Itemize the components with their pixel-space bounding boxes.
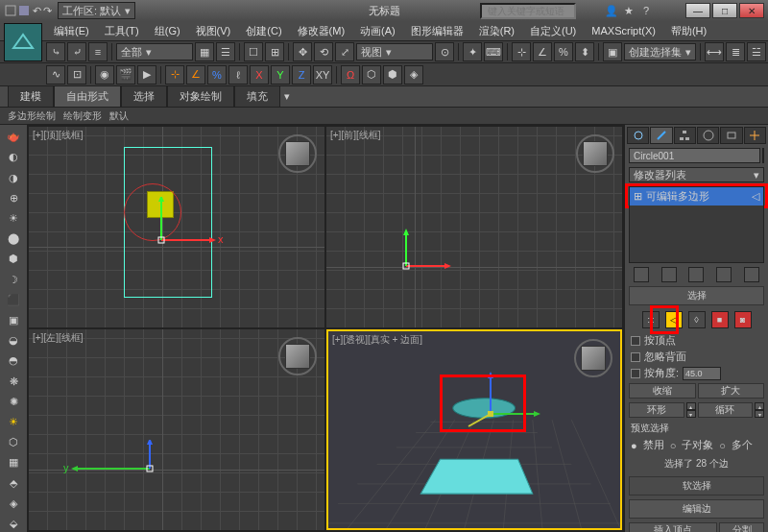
stack-item-editable-poly[interactable]: ⊞ 可编辑多边形 ◁ — [630, 187, 763, 206]
snap-icon[interactable]: ⊹ — [512, 42, 531, 61]
menu-graph[interactable]: 图形编辑器 — [403, 22, 471, 40]
move-icon[interactable]: ✥ — [293, 42, 312, 61]
viewcube-top[interactable] — [278, 134, 317, 173]
workspace-dropdown[interactable]: 工作区: 默认 ▾ — [58, 2, 135, 19]
ring-down-icon[interactable]: ▾ — [686, 410, 696, 418]
color-swatch[interactable] — [762, 148, 764, 163]
ribbon-tab-objpaint[interactable]: 对象绘制 — [167, 85, 234, 108]
angle-spinner[interactable] — [683, 367, 721, 380]
radio-multi[interactable]: ○ — [719, 440, 726, 451]
maximize-button[interactable]: □ — [712, 3, 737, 18]
menu-tools[interactable]: 工具(T) — [97, 22, 147, 40]
render-frame-icon[interactable]: ▶ — [137, 65, 156, 85]
coord-system-dropdown[interactable]: 视图▾ — [356, 43, 433, 60]
lt-icon-10[interactable]: ◒ — [3, 332, 24, 349]
ribbon-tab-model[interactable]: 建模 — [8, 85, 54, 108]
subribbon-polydraw[interactable]: 多边形绘制 — [8, 109, 56, 123]
select-name-icon[interactable]: ☰ — [216, 42, 235, 61]
menu-view[interactable]: 视图(V) — [188, 22, 239, 40]
scale-icon[interactable]: ⤢ — [335, 42, 354, 61]
stack-expand-icon[interactable]: ⊞ — [634, 190, 642, 203]
login-icon[interactable]: 👤 — [605, 4, 618, 17]
lt-icon-9[interactable]: ▣ — [3, 312, 24, 328]
qat-undo-icon[interactable]: ↶ — [33, 5, 41, 17]
help-icon[interactable]: ? — [639, 4, 653, 17]
tab-utilities[interactable] — [744, 127, 766, 144]
loop-up-icon[interactable]: ▴ — [755, 402, 764, 410]
menu-help[interactable]: 帮助(H) — [663, 22, 714, 40]
bind-icon[interactable]: ≡ — [88, 42, 108, 61]
menu-edit[interactable]: 编辑(E) — [46, 22, 97, 40]
loop-button[interactable]: 循环 — [698, 402, 754, 418]
axis-x-icon[interactable]: X — [250, 65, 269, 85]
select-object-icon[interactable]: ▦ — [195, 42, 214, 61]
ribbon-tab-select[interactable]: 选择 — [121, 85, 167, 108]
menu-create[interactable]: 创建(C) — [238, 22, 289, 40]
modifier-stack[interactable]: ⊞ 可编辑多边形 ◁ — [629, 186, 764, 263]
lt-icon-3[interactable]: ⊕ — [3, 190, 24, 206]
radio-off[interactable]: ● — [631, 440, 637, 451]
viewport-front[interactable]: [+][前][线框] — [326, 127, 622, 327]
menu-group[interactable]: 组(G) — [147, 22, 188, 40]
mirror-icon[interactable]: ⟷ — [705, 42, 724, 61]
snap5-icon[interactable]: ℓ — [228, 65, 248, 85]
keyboard-icon[interactable]: ⌨ — [484, 42, 503, 61]
lt-icon-8[interactable]: ⬛ — [3, 292, 24, 308]
lt-icon-13[interactable]: ✺ — [3, 394, 24, 410]
pivot-icon[interactable]: ⊙ — [435, 42, 454, 61]
viewcube-persp[interactable] — [574, 339, 612, 377]
star-icon[interactable]: ★ — [622, 4, 636, 17]
lt-icon-12[interactable]: ❋ — [3, 373, 24, 389]
qat-redo-icon[interactable]: ↷ — [43, 5, 52, 17]
object-name-input[interactable] — [629, 148, 760, 163]
axis-z-icon[interactable]: Z — [292, 65, 311, 85]
tool-a-icon[interactable]: ⬡ — [362, 65, 381, 85]
show-result-icon[interactable] — [661, 267, 677, 282]
window-crossing-icon[interactable]: ⊞ — [265, 42, 284, 61]
viewcube-front[interactable] — [576, 134, 614, 173]
manipulate-icon[interactable]: ✦ — [463, 42, 482, 61]
spinner-snap-icon[interactable]: ⬍ — [575, 42, 594, 61]
unique-icon[interactable] — [688, 267, 704, 282]
grow-button[interactable]: 扩大 — [698, 383, 765, 399]
minimize-button[interactable]: — — [685, 3, 710, 18]
snap3-icon[interactable]: ∠ — [186, 65, 205, 85]
border-mode-icon[interactable]: ◊ — [688, 311, 706, 328]
render-setup-icon[interactable]: 🎬 — [116, 65, 135, 85]
tab-create[interactable] — [627, 127, 649, 144]
element-mode-icon[interactable]: ◙ — [734, 311, 752, 328]
axis-y-icon[interactable]: Y — [271, 65, 290, 85]
ignoreback-checkbox[interactable] — [631, 352, 640, 362]
schematic-icon[interactable]: ⊡ — [67, 65, 86, 85]
align-icon[interactable]: ≣ — [726, 42, 745, 61]
lt-icon-5[interactable]: ⬤ — [3, 230, 24, 247]
lt-icon-11[interactable]: ◓ — [3, 352, 24, 369]
close-button[interactable]: ✕ — [739, 3, 764, 18]
viewport-left[interactable]: [+][左][线框] y — [29, 329, 324, 530]
subribbon-drawdeform[interactable]: 绘制变形 — [63, 109, 102, 123]
loop-down-icon[interactable]: ▾ — [755, 410, 764, 418]
select-rect-icon[interactable]: ☐ — [244, 42, 263, 61]
ribbon-tab-freeform[interactable]: 自由形式 — [54, 85, 121, 108]
lt-icon-7[interactable]: ☽ — [3, 271, 24, 287]
lt-icon-18[interactable]: ◈ — [3, 496, 24, 512]
radio-subobj[interactable]: ○ — [670, 440, 677, 451]
rollout-editedge[interactable]: 编辑边 — [629, 499, 764, 519]
tab-modify[interactable] — [650, 127, 672, 144]
ribbon-tab-fill[interactable]: 填充 — [234, 85, 280, 108]
byangle-checkbox[interactable] — [631, 369, 640, 378]
teapot-icon[interactable]: 🫖 — [3, 129, 24, 145]
byvertex-checkbox[interactable] — [631, 336, 640, 346]
lt-icon-6[interactable]: ⬢ — [3, 251, 24, 267]
layer-icon[interactable]: ☱ — [747, 42, 766, 61]
qat-icon[interactable] — [4, 4, 17, 17]
named-selection-dropdown[interactable]: 创建选择集▾ — [624, 43, 696, 60]
menu-maxscript[interactable]: MAXScript(X) — [584, 23, 663, 38]
horseshoe-icon[interactable]: Ω — [341, 65, 360, 85]
snap4-icon[interactable]: % — [207, 65, 227, 85]
angle-snap-icon[interactable]: ∠ — [533, 42, 552, 61]
ring-up-icon[interactable]: ▴ — [686, 402, 696, 410]
viewport-top[interactable]: [+][顶][线框] x — [29, 127, 324, 327]
axis-xy-icon[interactable]: XY — [313, 65, 332, 85]
menu-render[interactable]: 渲染(R) — [471, 22, 522, 40]
